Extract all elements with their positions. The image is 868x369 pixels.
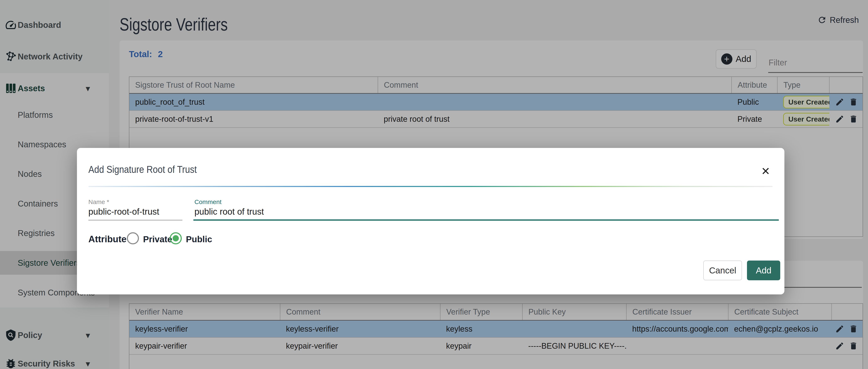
gradient-divider xyxy=(88,186,773,187)
radio-private[interactable] xyxy=(127,232,139,244)
radio-public-label: Public xyxy=(186,234,212,244)
close-icon[interactable]: ✕ xyxy=(761,166,770,177)
radio-private-label: Private xyxy=(143,234,172,244)
app-root: Dashboard Network Activity xyxy=(0,0,868,369)
dialog-title: Add Signature Root of Trust xyxy=(88,164,197,175)
dialog-add-button[interactable]: Add xyxy=(747,261,780,280)
name-field-underline xyxy=(88,220,182,221)
cancel-button[interactable]: Cancel xyxy=(703,261,742,280)
add-root-of-trust-dialog: Add Signature Root of Trust ✕ Name * Com… xyxy=(77,148,784,294)
name-field[interactable] xyxy=(88,207,182,217)
name-field-label: Name * xyxy=(88,198,109,205)
comment-field-underline xyxy=(193,220,779,221)
radio-public[interactable] xyxy=(170,232,182,244)
comment-field[interactable] xyxy=(194,207,773,217)
attribute-label: Attribute xyxy=(88,234,126,244)
comment-field-label: Comment xyxy=(194,198,221,205)
